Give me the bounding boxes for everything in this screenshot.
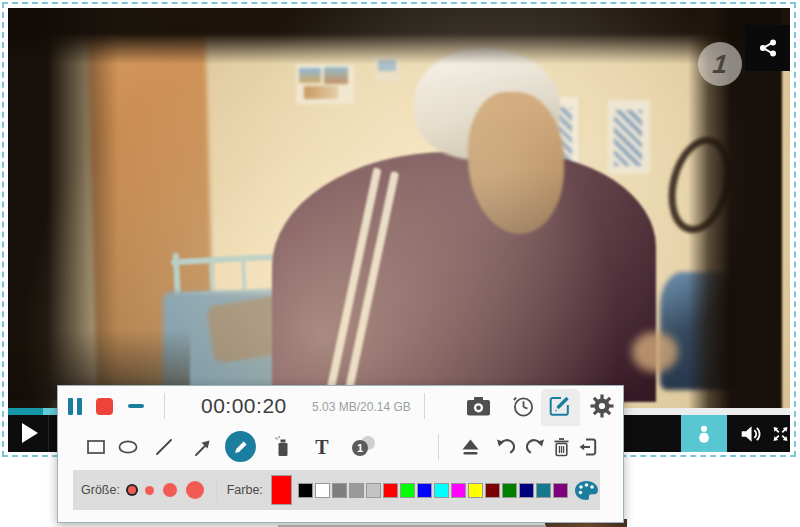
undo-icon — [494, 437, 515, 458]
volume-button[interactable] — [731, 415, 771, 452]
minimize-button[interactable] — [124, 391, 148, 421]
edit-button[interactable] — [545, 393, 575, 419]
palette-icon — [573, 479, 600, 502]
play-icon[interactable] — [22, 423, 38, 443]
divider — [438, 434, 439, 460]
rectangle-tool[interactable] — [85, 436, 107, 458]
color-label: Farbe: — [227, 483, 263, 497]
fullscreen-icon — [771, 424, 790, 444]
exit-icon — [577, 436, 599, 458]
size-dot[interactable] — [186, 481, 204, 499]
pen-icon — [232, 438, 250, 456]
share-button[interactable] — [745, 25, 790, 71]
draw-tools-row: T 1 — [58, 426, 623, 468]
color-swatch[interactable] — [417, 483, 432, 498]
delete-button[interactable] — [550, 434, 572, 460]
stop-icon — [96, 398, 113, 415]
line-icon — [154, 437, 174, 457]
scene-vignette — [8, 8, 790, 64]
palette-button[interactable] — [573, 479, 600, 502]
ellipse-tool[interactable] — [116, 436, 140, 458]
step-badge-icon: 1 — [352, 435, 376, 457]
marker-icon — [271, 435, 292, 459]
line-tool[interactable] — [153, 435, 175, 459]
video-frame-image — [8, 8, 790, 408]
draw-options-row: Größe: Farbe: — [73, 470, 600, 510]
share-icon — [757, 37, 779, 59]
color-swatch[interactable] — [434, 483, 449, 498]
color-swatch[interactable] — [383, 483, 398, 498]
pause-icon — [68, 398, 73, 415]
presenter-toggle-button[interactable] — [681, 415, 727, 452]
timer-clock-icon — [511, 394, 535, 418]
text-tool[interactable]: T — [311, 434, 333, 460]
size-dot[interactable] — [163, 483, 177, 497]
color-swatch[interactable] — [315, 483, 330, 498]
settings-button[interactable] — [587, 392, 617, 420]
exit-draw-button[interactable] — [575, 434, 601, 460]
scene-hand — [632, 332, 678, 372]
color-swatches — [298, 483, 568, 498]
divider — [164, 393, 165, 419]
color-swatch[interactable] — [366, 483, 381, 498]
screen: 1 — [0, 0, 800, 527]
volume-icon — [739, 422, 763, 446]
arrow-icon — [192, 437, 213, 458]
color-swatch[interactable] — [468, 483, 483, 498]
size-label: Größe: — [81, 483, 120, 497]
current-color-swatch[interactable] — [271, 475, 292, 505]
size-dots — [128, 481, 204, 499]
redo-icon — [526, 437, 547, 458]
schedule-button[interactable] — [509, 393, 537, 419]
color-swatch[interactable] — [332, 483, 347, 498]
control-bar-divider — [48, 415, 49, 452]
person-icon — [694, 422, 714, 446]
rectangle-icon — [86, 438, 106, 456]
pause-icon — [77, 398, 82, 415]
color-swatch[interactable] — [298, 483, 313, 498]
color-swatch[interactable] — [400, 483, 415, 498]
color-swatch[interactable] — [553, 483, 568, 498]
recorder-toolbar: 00:00:20 5.03 MB/20.14 GB — [57, 385, 624, 523]
fullscreen-button[interactable] — [771, 415, 790, 452]
video-scene: 1 — [8, 8, 790, 408]
broadcaster-logo: 1 — [698, 42, 742, 86]
stop-button[interactable] — [92, 391, 116, 421]
undo-button[interactable] — [492, 434, 516, 460]
arrow-tool[interactable] — [190, 435, 214, 459]
size-dot[interactable] — [145, 486, 154, 495]
color-swatch[interactable] — [502, 483, 517, 498]
color-swatch[interactable] — [451, 483, 466, 498]
recorder-controls-row: 00:00:20 5.03 MB/20.14 GB — [58, 386, 623, 426]
storage-usage: 5.03 MB/20.14 GB — [312, 400, 411, 414]
size-dot[interactable] — [128, 486, 136, 494]
color-swatch[interactable] — [519, 483, 534, 498]
redo-button[interactable] — [524, 434, 548, 460]
scene-framed-picture — [608, 100, 650, 174]
gear-icon — [589, 393, 615, 419]
color-swatch[interactable] — [536, 483, 551, 498]
screenshot-button[interactable] — [464, 393, 492, 419]
camera-icon — [466, 396, 491, 417]
text-icon: T — [315, 436, 328, 459]
color-swatch[interactable] — [485, 483, 500, 498]
broadcaster-logo-glyph: 1 — [711, 49, 729, 80]
edit-icon — [548, 394, 573, 418]
ellipse-icon — [117, 438, 139, 456]
scene-wall-pictures — [296, 64, 354, 104]
recording-timer: 00:00:20 — [201, 394, 287, 418]
minimize-icon — [128, 404, 144, 408]
divider — [424, 393, 425, 419]
step-badge-tool[interactable]: 1 — [352, 435, 376, 457]
eraser-button[interactable] — [457, 434, 483, 460]
divider — [216, 478, 217, 502]
color-swatch[interactable] — [349, 483, 364, 498]
eraser-icon — [459, 436, 482, 458]
marker-tool[interactable] — [269, 434, 293, 460]
trash-icon — [552, 437, 571, 458]
pause-button[interactable] — [64, 391, 86, 421]
pen-tool[interactable] — [225, 431, 256, 462]
